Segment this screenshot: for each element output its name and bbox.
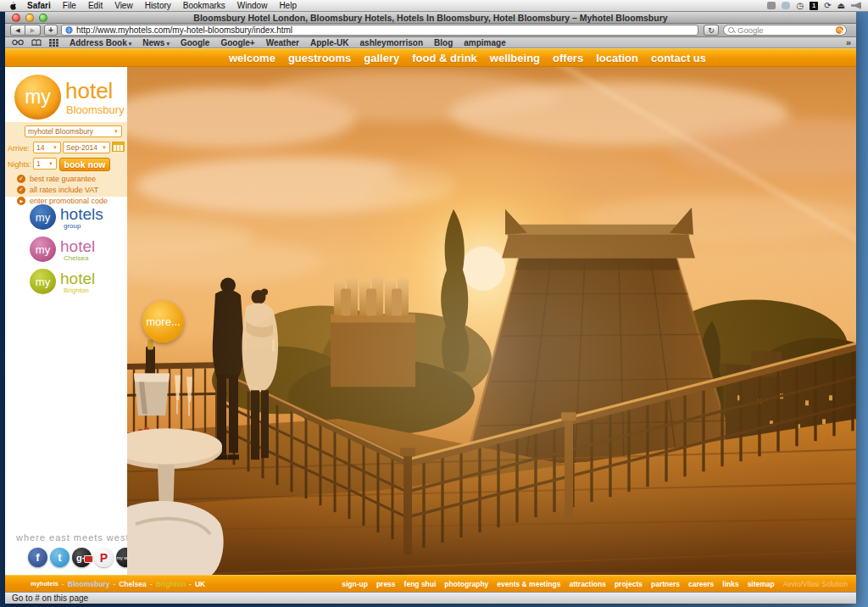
nav-guestrooms[interactable]: guestrooms	[288, 52, 351, 64]
volume-icon[interactable]	[851, 2, 861, 9]
bookmark-blog[interactable]: Blog	[434, 38, 453, 47]
search-input[interactable]: Google	[723, 25, 847, 36]
calendar-icon[interactable]	[112, 142, 125, 152]
pinterest-icon[interactable]: P	[94, 548, 114, 567]
nav-food-drink[interactable]: food & drink	[412, 52, 477, 64]
footer-links-link[interactable]: links	[722, 580, 738, 588]
more-button[interactable]: more...	[142, 301, 184, 342]
arrive-month-select[interactable]: Sep-2014 ▼	[63, 142, 110, 153]
sync-icon[interactable]: ⟳	[824, 2, 831, 10]
menu-safari[interactable]: Safari	[21, 1, 57, 10]
footer-sign-up[interactable]: sign-up	[342, 580, 368, 588]
title-bar[interactable]: Bloomsbury Hotel London, Bloomsbury Hote…	[5, 12, 856, 24]
menu-status-icons: ◷ 1 ⟳ ⏏	[767, 2, 868, 10]
footer-photography[interactable]: photography	[444, 580, 488, 588]
separator: -	[189, 580, 192, 588]
bookmark-label: Address Book	[70, 38, 127, 47]
bookmarks-book-icon[interactable]	[31, 39, 42, 47]
page-content: my hotel Bloomsbury myhotel Bloomsbury ▼…	[5, 67, 856, 575]
minimize-window-button[interactable]	[25, 14, 34, 22]
bookmark-google-plus[interactable]: Google+	[220, 38, 254, 47]
chevron-down-icon: ▾	[129, 41, 132, 47]
back-button[interactable]: ◀	[10, 25, 25, 36]
bookmark-google[interactable]: Google	[181, 38, 209, 47]
footer-feng-shui[interactable]: feng shui	[404, 580, 437, 588]
bookmark-weather[interactable]: Weather	[266, 38, 299, 47]
bookmark-address-book[interactable]: Address Book▾	[70, 38, 131, 47]
forward-button[interactable]: ▶	[25, 25, 41, 36]
bookmark-apple-uk[interactable]: Apple-UK	[310, 38, 349, 47]
page-title: Bloomsbury Hotel London, Bloomsbury Hote…	[193, 13, 667, 23]
nav-wellbeing[interactable]: wellbeing	[490, 52, 540, 64]
top-sites-grid-icon[interactable]	[49, 39, 58, 47]
zoom-window-button[interactable]	[39, 14, 47, 22]
footer-projects[interactable]: projects	[615, 580, 643, 588]
nav-gallery[interactable]: gallery	[364, 52, 399, 64]
footer-attractions[interactable]: attractions	[569, 580, 605, 588]
check-icon: ✓	[17, 186, 25, 194]
footer-chelsea-link[interactable]: Chelsea	[119, 580, 147, 588]
google-plus-icon[interactable]: g+	[72, 548, 92, 567]
footer-locations: myhotels - Bloomsbury - Chelsea - Bright…	[5, 580, 205, 588]
nav-welcome[interactable]: welcome	[229, 52, 275, 64]
chevron-down-icon: ▾	[166, 41, 170, 47]
nights-select[interactable]: 1 ▼	[33, 158, 57, 170]
spectacles-icon[interactable]	[12, 39, 24, 46]
bookmark-ampimage[interactable]: ampimage	[464, 38, 505, 47]
footer-uk-link[interactable]: UK	[195, 580, 205, 588]
menu-file[interactable]: File	[57, 1, 82, 10]
myhotel-chelsea-link[interactable]: my hotel Chelsea	[5, 237, 127, 267]
group-name: hotel	[60, 237, 95, 256]
logo-badge: my	[14, 75, 61, 120]
footer-bar: myhotels - Bloomsbury - Chelsea - Bright…	[5, 575, 856, 592]
sidebar: my hotel Bloomsbury myhotel Bloomsbury ▼…	[5, 67, 127, 575]
footer-bloomsbury-link[interactable]: Bloomsbury	[68, 580, 110, 588]
menu-history[interactable]: History	[139, 1, 177, 10]
new-tab-button[interactable]: +	[44, 25, 58, 36]
weather-status-icon[interactable]	[782, 2, 790, 9]
menu-bookmarks[interactable]: Bookmarks	[177, 1, 231, 10]
group-name: hotels	[60, 205, 103, 224]
reload-button[interactable]: ↻	[704, 25, 719, 36]
bookmarks-overflow-icon[interactable]: »	[846, 37, 851, 47]
bookmark-news[interactable]: News▾	[142, 38, 170, 47]
rooftop-sunset-scene	[127, 67, 856, 575]
nav-offers[interactable]: offers	[553, 52, 583, 64]
menu-help[interactable]: Help	[273, 1, 303, 10]
footer-credit[interactable]: Avvio/Vilasi Solution	[783, 580, 848, 588]
myhotel-brighton-link[interactable]: my hotel Brighton	[5, 269, 127, 299]
footer-brand[interactable]: myhotels	[31, 580, 58, 588]
menu-window[interactable]: Window	[231, 1, 274, 10]
menu-edit[interactable]: Edit	[82, 1, 108, 10]
calendar-status-icon[interactable]: 1	[810, 2, 818, 10]
address-bar[interactable]: http://www.myhotels.com/my-hotel-bloomsb…	[61, 25, 698, 36]
book-now-button[interactable]: book now	[59, 158, 110, 171]
facebook-icon[interactable]: f	[28, 548, 47, 567]
footer-partners[interactable]: partners	[651, 580, 680, 588]
footer-events-meetings[interactable]: events & meetings	[497, 580, 560, 588]
arrive-day-select[interactable]: 14 ▼	[33, 142, 61, 153]
hotel-select[interactable]: myhotel Bloomsbury ▼	[25, 125, 122, 137]
snapback-icon[interactable]	[836, 26, 843, 34]
footer-sitemap[interactable]: sitemap	[748, 580, 775, 588]
apple-menu-icon[interactable]	[8, 2, 16, 10]
footer-careers[interactable]: careers	[688, 580, 714, 588]
footer-brighton-link[interactable]: Brighton	[156, 580, 186, 588]
menu-bar: Safari File Edit View History Bookmarks …	[0, 0, 868, 12]
site-favicon-globe-icon	[65, 26, 73, 34]
myhotel-bloomsbury-logo[interactable]: my hotel Bloomsbury	[5, 67, 127, 123]
menu-view[interactable]: View	[108, 1, 139, 10]
app-status-icon[interactable]	[767, 2, 776, 9]
nav-contact-us[interactable]: contact us	[651, 52, 706, 64]
twitter-icon[interactable]: t	[50, 548, 70, 567]
nav-location[interactable]: location	[596, 52, 638, 64]
clock-icon[interactable]: ◷	[796, 2, 804, 10]
eject-icon[interactable]: ⏏	[837, 2, 845, 10]
bookmark-ashleymorrison[interactable]: ashleymorrison	[360, 38, 423, 47]
close-window-button[interactable]	[12, 14, 20, 22]
social-links: f t g+ P my world	[28, 548, 136, 567]
myhotels-group-link[interactable]: my hotels group	[5, 204, 127, 235]
footer-press[interactable]: press	[376, 580, 396, 588]
separator: -	[62, 580, 64, 588]
select-arrow-icon: ▼	[53, 145, 58, 150]
